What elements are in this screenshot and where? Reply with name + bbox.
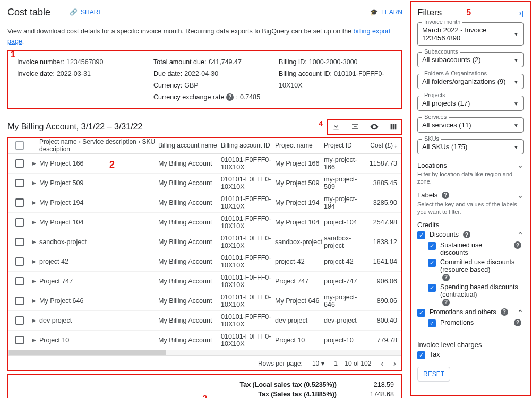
expand-row-icon[interactable]: ▶ [32, 200, 36, 205]
row-checkbox[interactable] [15, 336, 24, 344]
share-button[interactable]: 🔗 SHARE [70, 8, 102, 16]
next-page-button[interactable]: › [393, 359, 396, 368]
discounts-checkbox[interactable]: ✓ Discounts? ⌃ [417, 231, 524, 239]
chevron-up-icon[interactable]: ⌃ [517, 231, 524, 239]
expand-row-icon[interactable]: ▶ [32, 160, 36, 166]
locations-section[interactable]: Locations⌄ [417, 161, 524, 169]
filter-subaccounts[interactable]: Subaccounts All subaccounts (2) ▼ [417, 52, 524, 67]
invoice-level-charges-section: Invoice level charges [417, 341, 524, 349]
prev-page-button[interactable]: ‹ [381, 359, 383, 368]
labels-subtitle: Select the key and values of the labels … [417, 201, 524, 216]
tax-checkbox[interactable]: ✓ Tax [417, 351, 524, 359]
checkbox-checked-icon: ✓ [417, 351, 425, 359]
help-icon[interactable]: ? [442, 274, 450, 281]
filter-services[interactable]: Services All services (11) ▼ [417, 117, 524, 133]
page-title: Cost table [7, 7, 50, 18]
select-all-checkbox[interactable] [15, 141, 24, 150]
expand-row-icon[interactable]: ▶ [32, 219, 36, 225]
cell-project-name: My Project 646 [39, 297, 158, 305]
annotation-1: 1 [11, 50, 15, 59]
annotation-3: 3 [203, 394, 208, 399]
col-project-name[interactable]: Project name [275, 142, 324, 149]
horizontal-scrollbar[interactable] [8, 350, 401, 356]
cell-billing-id: 010101-F0FFF0-10X10X [221, 293, 275, 308]
col-billing-name[interactable]: Billing account name [158, 142, 221, 149]
cell-cost: 890.06 [365, 297, 397, 305]
sustained-use-checkbox[interactable]: ✓ Sustained use discounts ? [428, 241, 524, 256]
promotions-checkbox[interactable]: ✓ Promotions ? [428, 319, 524, 327]
help-icon[interactable]: ? [442, 299, 450, 306]
cell-project-name2: dev project [275, 317, 324, 324]
cell-project-name: dev project [39, 317, 158, 324]
expand-rows-icon[interactable] [350, 122, 360, 132]
graduation-icon: 🎓 [370, 8, 378, 16]
committed-use-checkbox[interactable]: ✓ Committed use discounts (resource base… [428, 258, 524, 281]
labels-section[interactable]: Labels? ⌄ [417, 191, 524, 200]
locations-subtitle: Filter by location data like region and … [417, 170, 524, 186]
row-checkbox[interactable] [15, 316, 24, 325]
row-checkbox[interactable] [15, 238, 24, 246]
help-icon[interactable]: ? [226, 93, 234, 101]
row-checkbox[interactable] [15, 198, 24, 207]
checkbox-checked-icon: ✓ [428, 284, 436, 292]
col-billing-id[interactable]: Billing account ID [221, 142, 275, 149]
help-icon[interactable]: ? [514, 319, 521, 326]
help-icon[interactable]: ? [463, 231, 470, 238]
rows-per-page-label: Rows per page: [258, 360, 303, 367]
expand-row-icon[interactable]: ▶ [32, 317, 36, 323]
cell-cost: 800.40 [365, 317, 397, 324]
paginator: Rows per page: 10▾ 1 – 10 of 102 ‹ › [8, 356, 401, 370]
row-checkbox[interactable] [15, 179, 24, 187]
row-checkbox[interactable] [15, 277, 24, 285]
chevron-down-icon: ▼ [513, 79, 519, 84]
cell-project-id: sandbox-project [324, 235, 365, 249]
help-icon[interactable]: ? [442, 192, 449, 199]
filter-folders[interactable]: Folders & Organizations All folders/orga… [417, 74, 524, 89]
visibility-icon[interactable] [370, 122, 379, 132]
help-icon[interactable]: ? [514, 241, 521, 249]
rows-per-page-select[interactable]: 10▾ [312, 360, 324, 367]
cell-project-name2: sandbox-project [275, 238, 324, 246]
cell-cost: 906.06 [365, 278, 397, 285]
col-project-id[interactable]: Project ID [324, 142, 365, 149]
filter-invoice-month[interactable]: Invoice month March 2022 - Invoice 12345… [417, 22, 524, 46]
checkbox-checked-icon: ✓ [428, 259, 436, 267]
row-checkbox[interactable] [15, 218, 24, 227]
promotions-others-checkbox[interactable]: ✓ Promotions and others? ⌃ [417, 308, 524, 317]
cell-project-name2: My Project 194 [275, 199, 324, 206]
chevron-down-icon: ▼ [513, 100, 519, 106]
row-checkbox[interactable] [15, 257, 24, 266]
reset-button[interactable]: RESET [417, 367, 450, 382]
download-icon[interactable] [331, 122, 341, 132]
cost-table: 2 Project name › Service description › S… [7, 137, 402, 371]
col-project[interactable]: Project name › Service description › SKU… [39, 138, 158, 153]
chevron-down-icon: ▼ [513, 31, 519, 37]
expand-row-icon[interactable]: ▶ [32, 180, 36, 186]
columns-icon[interactable] [389, 122, 398, 132]
filter-skus[interactable]: SKUs All SKUs (175) ▼ [417, 139, 524, 154]
row-checkbox[interactable] [15, 297, 24, 305]
filter-projects[interactable]: Projects All projects (17) ▼ [417, 96, 524, 111]
row-checkbox[interactable] [15, 159, 24, 168]
expand-row-icon[interactable]: ▶ [32, 298, 36, 304]
cell-billing-name: My Billing Account [158, 199, 221, 206]
table-row: ▶project 42My Billing Account010101-F0FF… [8, 252, 401, 272]
expand-row-icon[interactable]: ▶ [32, 258, 36, 264]
spending-based-checkbox[interactable]: ✓ Spending based discounts (contractual)… [428, 283, 524, 306]
chevron-down-icon: ▾ [321, 360, 324, 367]
cell-cost: 11587.73 [365, 160, 397, 167]
chevron-up-icon[interactable]: ⌃ [517, 308, 524, 317]
expand-row-icon[interactable]: ▶ [32, 278, 36, 284]
cell-project-name2: Project 10 [275, 336, 324, 344]
chevron-down-icon: ⌄ [517, 161, 524, 169]
cell-billing-name: My Billing Account [158, 160, 221, 167]
cell-billing-id: 010101-F0FFF0-10X10X [221, 195, 275, 210]
expand-row-icon[interactable]: ▶ [32, 337, 36, 343]
checkbox-checked-icon: ✓ [428, 319, 436, 327]
help-icon[interactable]: ? [501, 308, 508, 316]
expand-row-icon[interactable]: ▶ [32, 239, 36, 245]
col-cost[interactable]: Cost (£)↓ [365, 142, 397, 149]
collapse-panel-icon[interactable]: ›| [519, 9, 524, 17]
annotation-5: 5 [466, 8, 471, 18]
learn-button[interactable]: 🎓 LEARN [370, 8, 402, 16]
